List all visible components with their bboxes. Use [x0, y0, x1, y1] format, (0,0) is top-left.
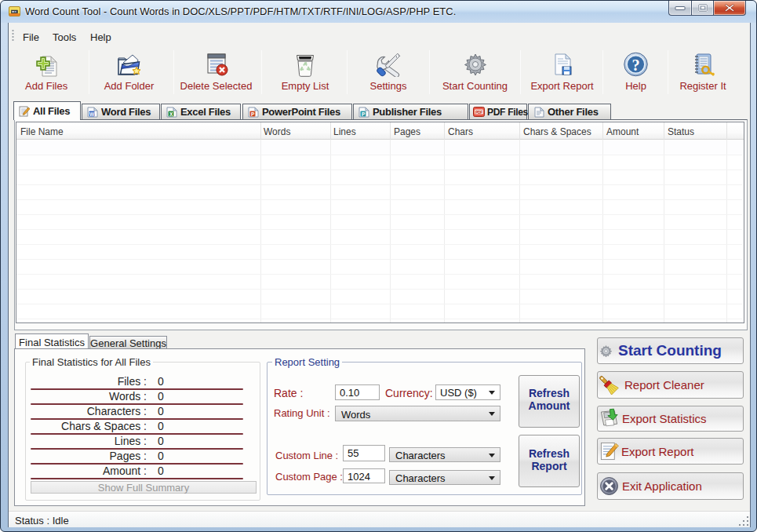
svg-text:?: ? [631, 56, 639, 74]
svg-text:PDF: PDF [475, 110, 482, 115]
